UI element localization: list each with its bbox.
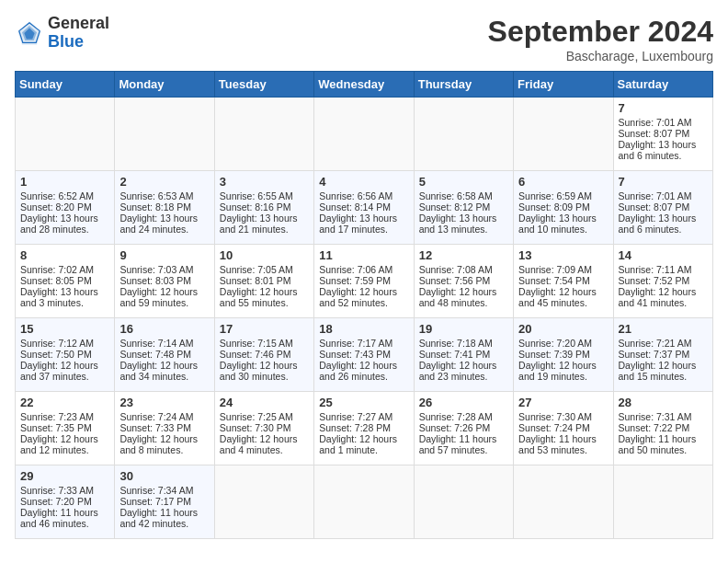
daylight-minutes: and 4 minutes. bbox=[220, 444, 283, 455]
daylight-minutes: and 10 minutes. bbox=[518, 224, 587, 235]
sunset: Sunset: 7:39 PM bbox=[518, 349, 590, 360]
sunset: Sunset: 8:05 PM bbox=[20, 275, 92, 286]
calendar-cell: 13Sunrise: 7:09 AMSunset: 7:54 PMDayligh… bbox=[514, 245, 613, 318]
day-number: 25 bbox=[319, 396, 408, 409]
calendar-cell bbox=[613, 465, 712, 539]
day-number: 12 bbox=[419, 248, 508, 262]
sunset: Sunset: 7:35 PM bbox=[20, 422, 92, 433]
calendar-cell: 26Sunrise: 7:28 AMSunset: 7:26 PMDayligh… bbox=[414, 392, 513, 465]
daylight-minutes: and 1 minute. bbox=[319, 444, 378, 455]
sunset: Sunset: 8:12 PM bbox=[419, 201, 491, 213]
sunset: Sunset: 7:50 PM bbox=[20, 349, 92, 360]
sunrise: Sunrise: 7:12 AM bbox=[20, 338, 94, 349]
calendar-cell: 8Sunrise: 7:02 AMSunset: 8:05 PMDaylight… bbox=[16, 245, 115, 318]
calendar-cell: 14Sunrise: 7:11 AMSunset: 7:52 PMDayligh… bbox=[613, 245, 712, 318]
page-header: General Blue September 2024 Bascharage, … bbox=[15, 15, 713, 63]
sunrise: Sunrise: 7:24 AM bbox=[119, 411, 193, 422]
daylight-minutes: and 57 minutes. bbox=[419, 444, 488, 455]
calendar-cell: 18Sunrise: 7:17 AMSunset: 7:43 PMDayligh… bbox=[314, 318, 414, 392]
sunrise: Sunrise: 7:05 AM bbox=[220, 264, 293, 275]
calendar-cell: 28Sunrise: 7:31 AMSunset: 7:22 PMDayligh… bbox=[613, 392, 712, 465]
daylight-hours: Daylight: 11 hours bbox=[119, 507, 198, 518]
calendar-cell: 4Sunrise: 6:56 AMSunset: 8:14 PMDaylight… bbox=[314, 171, 414, 245]
day-number: 9 bbox=[119, 248, 209, 262]
calendar-cell: 23Sunrise: 7:24 AMSunset: 7:33 PMDayligh… bbox=[115, 392, 214, 465]
day-number: 4 bbox=[319, 175, 408, 189]
day-number: 1 bbox=[20, 175, 109, 189]
sunset: Sunset: 8:07 PM bbox=[619, 128, 690, 139]
daylight-minutes: and 24 minutes. bbox=[119, 224, 188, 235]
daylight-hours: Daylight: 12 hours bbox=[319, 360, 397, 371]
sunrise: Sunrise: 7:28 AM bbox=[419, 411, 493, 422]
sunrise: Sunrise: 7:06 AM bbox=[319, 264, 392, 275]
day-number: 16 bbox=[119, 322, 209, 336]
calendar-week-6: 29Sunrise: 7:33 AMSunset: 7:20 PMDayligh… bbox=[16, 465, 713, 539]
daylight-minutes: and 48 minutes. bbox=[419, 297, 488, 308]
daylight-minutes: and 28 minutes. bbox=[20, 224, 89, 235]
logo: General Blue bbox=[15, 15, 109, 52]
calendar-cell bbox=[514, 465, 613, 539]
daylight-minutes: and 13 minutes. bbox=[419, 224, 488, 235]
sunrise: Sunrise: 6:56 AM bbox=[319, 190, 392, 201]
sunset: Sunset: 7:54 PM bbox=[518, 275, 590, 286]
sunrise: Sunrise: 7:14 AM bbox=[119, 338, 193, 349]
calendar-cell bbox=[214, 465, 313, 539]
sunset: Sunset: 8:16 PM bbox=[220, 201, 291, 213]
sunset: Sunset: 7:30 PM bbox=[220, 422, 291, 433]
calendar-cell: 16Sunrise: 7:14 AMSunset: 7:48 PMDayligh… bbox=[115, 318, 214, 392]
calendar-cell: 1Sunrise: 6:52 AMSunset: 8:20 PMDaylight… bbox=[16, 171, 115, 245]
daylight-hours: Daylight: 13 hours bbox=[20, 213, 98, 224]
daylight-hours: Daylight: 12 hours bbox=[319, 286, 397, 297]
daylight-hours: Daylight: 13 hours bbox=[619, 139, 697, 150]
day-number: 19 bbox=[419, 322, 508, 336]
daylight-minutes: and 42 minutes. bbox=[119, 518, 188, 529]
logo-general: General bbox=[48, 15, 109, 33]
day-header-thursday: Thursday bbox=[414, 72, 513, 98]
daylight-minutes: and 3 minutes. bbox=[20, 297, 84, 308]
daylight-hours: Daylight: 12 hours bbox=[20, 433, 98, 444]
daylight-minutes: and 6 minutes. bbox=[619, 224, 682, 235]
day-header-wednesday: Wednesday bbox=[314, 72, 414, 98]
daylight-hours: Daylight: 12 hours bbox=[119, 433, 198, 444]
sunset: Sunset: 7:26 PM bbox=[419, 422, 491, 433]
daylight-minutes: and 26 minutes. bbox=[319, 371, 388, 382]
daylight-minutes: and 53 minutes. bbox=[518, 444, 587, 455]
month-title: September 2024 bbox=[488, 15, 713, 49]
calendar-cell: 19Sunrise: 7:18 AMSunset: 7:41 PMDayligh… bbox=[414, 318, 513, 392]
calendar-cell: 6Sunrise: 6:59 AMSunset: 8:09 PMDaylight… bbox=[514, 171, 613, 245]
sunrise: Sunrise: 6:55 AM bbox=[220, 190, 293, 201]
sunrise: Sunrise: 7:01 AM bbox=[619, 117, 692, 128]
sunrise: Sunrise: 6:59 AM bbox=[518, 190, 592, 201]
sunset: Sunset: 8:20 PM bbox=[20, 201, 92, 213]
logo-icon bbox=[15, 18, 44, 48]
daylight-hours: Daylight: 13 hours bbox=[619, 213, 697, 224]
sunrise: Sunrise: 7:18 AM bbox=[419, 338, 493, 349]
daylight-minutes: and 52 minutes. bbox=[319, 297, 388, 308]
calendar-week-4: 15Sunrise: 7:12 AMSunset: 7:50 PMDayligh… bbox=[16, 318, 713, 392]
daylight-minutes: and 17 minutes. bbox=[319, 224, 388, 235]
sunset: Sunset: 7:59 PM bbox=[319, 275, 391, 286]
logo-blue: Blue bbox=[48, 33, 109, 52]
daylight-hours: Daylight: 13 hours bbox=[20, 286, 98, 297]
day-number: 7 bbox=[619, 101, 708, 115]
calendar-cell: 12Sunrise: 7:08 AMSunset: 7:56 PMDayligh… bbox=[414, 245, 513, 318]
sunset: Sunset: 7:48 PM bbox=[119, 349, 191, 360]
sunrise: Sunrise: 7:08 AM bbox=[419, 264, 493, 275]
day-number: 24 bbox=[220, 396, 309, 409]
daylight-hours: Daylight: 12 hours bbox=[419, 360, 497, 371]
sunrise: Sunrise: 7:09 AM bbox=[518, 264, 592, 275]
calendar-cell: 10Sunrise: 7:05 AMSunset: 8:01 PMDayligh… bbox=[214, 245, 313, 318]
daylight-hours: Daylight: 12 hours bbox=[319, 433, 397, 444]
calendar-cell bbox=[314, 98, 414, 171]
daylight-minutes: and 46 minutes. bbox=[20, 518, 89, 529]
sunset: Sunset: 7:37 PM bbox=[619, 349, 690, 360]
calendar-table: SundayMondayTuesdayWednesdayThursdayFrid… bbox=[15, 71, 713, 539]
day-number: 20 bbox=[518, 322, 608, 336]
daylight-hours: Daylight: 13 hours bbox=[319, 213, 397, 224]
day-number: 30 bbox=[119, 469, 209, 483]
calendar-cell: 9Sunrise: 7:03 AMSunset: 8:03 PMDaylight… bbox=[115, 245, 214, 318]
sunset: Sunset: 8:18 PM bbox=[119, 201, 191, 213]
calendar-week-5: 22Sunrise: 7:23 AMSunset: 7:35 PMDayligh… bbox=[16, 392, 713, 465]
day-number: 21 bbox=[619, 322, 708, 336]
sunrise: Sunrise: 7:21 AM bbox=[619, 338, 692, 349]
